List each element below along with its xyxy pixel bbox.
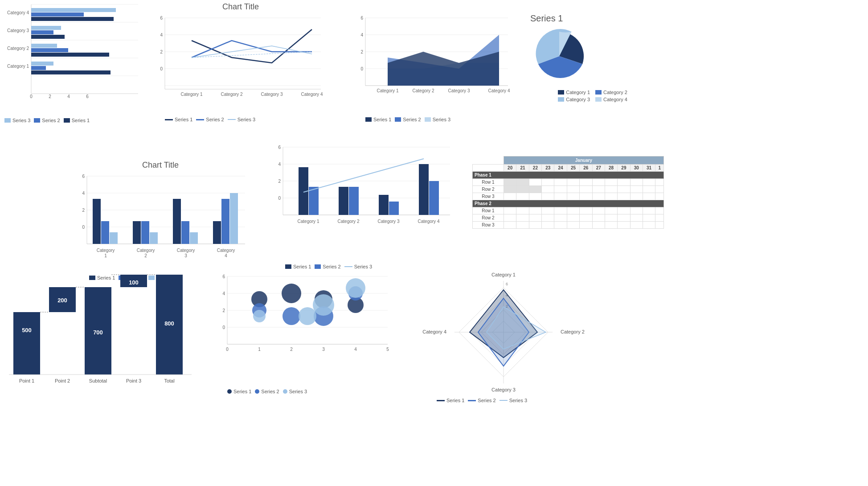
svg-point-141 <box>283 307 300 325</box>
svg-text:100: 100 <box>129 279 139 286</box>
svg-rect-91 <box>379 195 389 215</box>
svg-rect-62 <box>173 199 181 244</box>
svg-point-147 <box>346 278 365 298</box>
bar <box>31 66 46 70</box>
svg-text:2: 2 <box>160 49 163 54</box>
svg-text:Category: Category <box>217 248 235 253</box>
svg-point-144 <box>253 310 266 322</box>
svg-text:4: 4 <box>160 33 163 37</box>
svg-rect-89 <box>339 187 348 215</box>
svg-point-145 <box>299 307 316 325</box>
legend-label: Series 1 <box>72 118 90 123</box>
horizontal-bar-chart: 0 2 4 6 Category 4 Category 3 Category 2… <box>0 0 147 138</box>
pie-chart-title: Series 1 <box>530 13 655 24</box>
bubble-chart: 6 4 2 0 0 1 2 3 4 5 Series 1 Ser <box>209 272 405 410</box>
svg-text:6: 6 <box>506 282 508 286</box>
svg-text:0: 0 <box>30 94 33 99</box>
svg-text:6: 6 <box>222 274 225 279</box>
bar <box>31 53 109 57</box>
svg-text:0: 0 <box>82 225 85 230</box>
svg-text:0: 0 <box>360 66 363 71</box>
svg-text:Category 3: Category 3 <box>378 219 400 224</box>
svg-text:Point 1: Point 1 <box>19 378 34 383</box>
svg-text:6: 6 <box>278 145 281 150</box>
svg-text:4: 4 <box>354 347 357 352</box>
horizontal-bar-legend: Series 3 Series 2 Series 1 <box>4 118 147 123</box>
svg-text:3: 3 <box>322 347 325 352</box>
svg-text:4: 4 <box>222 291 225 296</box>
legend-series3: Series 3 <box>4 118 30 123</box>
svg-text:Category: Category <box>137 248 155 253</box>
svg-text:5: 5 <box>386 347 389 352</box>
svg-text:Total: Total <box>164 378 174 383</box>
svg-text:500: 500 <box>22 327 32 334</box>
svg-text:Category 2: Category 2 <box>561 329 585 334</box>
svg-text:3: 3 <box>184 253 187 258</box>
gantt-month: January <box>504 157 664 165</box>
svg-text:2: 2 <box>222 308 225 313</box>
pie-legend: Category 1 Category 2 Category 3 Categor… <box>530 90 655 102</box>
svg-rect-64 <box>190 232 198 244</box>
legend-color <box>34 118 40 123</box>
svg-rect-93 <box>419 164 429 215</box>
svg-text:Category 4: Category 4 <box>422 329 446 334</box>
svg-text:Category 1: Category 1 <box>377 88 399 93</box>
line-chart-legend: Series 1 Series 2 Series 3 <box>165 117 334 122</box>
svg-text:800: 800 <box>164 320 174 327</box>
bar <box>31 26 61 30</box>
legend-label: Series 3 <box>12 118 30 123</box>
svg-text:1: 1 <box>258 347 261 352</box>
svg-rect-103 <box>13 312 40 375</box>
svg-rect-88 <box>309 187 319 215</box>
svg-text:Category 3: Category 3 <box>448 88 470 93</box>
legend-color <box>64 118 70 123</box>
svg-text:Point 2: Point 2 <box>55 378 70 383</box>
svg-text:Category 2: Category 2 <box>413 88 434 93</box>
svg-text:4: 4 <box>278 162 281 167</box>
svg-rect-92 <box>389 202 399 215</box>
svg-text:2: 2 <box>49 94 51 99</box>
svg-point-137 <box>282 284 301 303</box>
gantt-phase1-header: Phase 1 <box>473 172 664 179</box>
svg-text:2: 2 <box>290 347 293 352</box>
svg-text:Category 2: Category 2 <box>338 219 360 224</box>
svg-rect-60 <box>141 221 149 244</box>
bar <box>31 8 116 12</box>
svg-text:Subtotal: Subtotal <box>89 378 107 383</box>
svg-text:Category: Category <box>177 248 195 253</box>
legend-label: Series 2 <box>42 118 60 123</box>
svg-text:Category 1: Category 1 <box>298 219 319 224</box>
svg-text:2: 2 <box>278 179 281 184</box>
gantt-chart: January 20 21 22 23 24 25 26 27 28 29 30… <box>472 156 664 259</box>
svg-text:Category 4: Category 4 <box>301 92 323 97</box>
grouped-bar-title: Chart Title <box>67 161 254 170</box>
svg-text:Category 4: Category 4 <box>418 219 440 224</box>
svg-rect-56 <box>93 199 101 244</box>
radar-chart: 2 4 6 Category 1 Category 2 Category 3 C… <box>419 268 588 419</box>
area-chart-legend: Series 1 Series 2 Series 3 <box>365 117 517 122</box>
legend-color <box>4 118 11 123</box>
svg-text:1: 1 <box>104 253 107 258</box>
svg-text:200: 200 <box>57 297 67 304</box>
bar <box>31 48 68 52</box>
svg-text:Category 2: Category 2 <box>221 92 243 97</box>
svg-rect-58 <box>110 232 118 244</box>
area-series1 <box>388 52 499 86</box>
svg-text:4: 4 <box>67 94 70 99</box>
svg-text:Category 3: Category 3 <box>261 92 283 97</box>
svg-text:Category 3: Category 3 <box>7 28 29 33</box>
bubble-legend: Series 1 Series 2 Series 3 <box>227 389 405 394</box>
legend-series1: Series 1 <box>64 118 90 123</box>
svg-rect-61 <box>150 232 158 244</box>
svg-text:Category 4: Category 4 <box>7 10 29 15</box>
bar <box>31 12 84 16</box>
svg-text:Category 3: Category 3 <box>491 387 516 392</box>
svg-text:2: 2 <box>82 208 85 213</box>
svg-text:2: 2 <box>360 49 363 54</box>
svg-rect-67 <box>230 193 238 244</box>
svg-text:0: 0 <box>222 325 225 330</box>
gantt-phase2-header: Phase 2 <box>473 200 664 207</box>
svg-text:Category: Category <box>97 248 115 253</box>
legend-series2: Series 2 <box>34 118 60 123</box>
waterfall-chart: 500 200 700 100 800 Point 1 Point 2 Subt… <box>0 268 196 410</box>
